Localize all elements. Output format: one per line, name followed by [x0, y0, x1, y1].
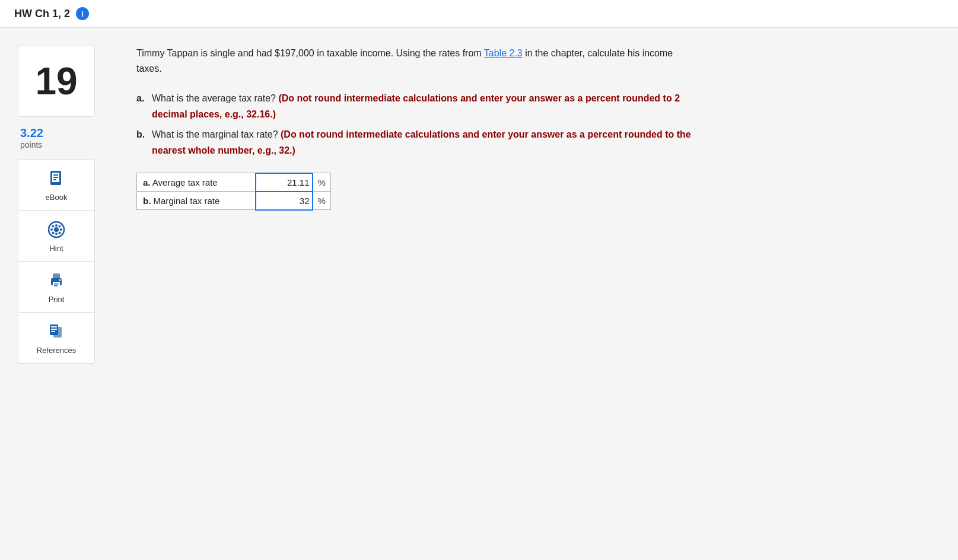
print-icon [46, 270, 67, 291]
svg-point-10 [59, 225, 61, 228]
ebook-icon [46, 168, 67, 189]
question-number-box: 19 [18, 46, 95, 117]
question-body: Timmy Tappan is single and had $197,000 … [136, 46, 694, 76]
svg-rect-3 [53, 177, 58, 178]
answer-table: a. Average tax rate % b. Marginal tax ra… [136, 173, 331, 211]
parts-list: a. What is the average tax rate? (Do not… [136, 90, 694, 158]
part-b: b. What is the marginal tax rate? (Do no… [136, 126, 694, 158]
svg-point-7 [50, 228, 53, 231]
question-body-text: Timmy Tappan is single and had $197,000 … [136, 48, 482, 58]
svg-point-9 [52, 225, 55, 228]
svg-rect-24 [51, 329, 57, 330]
table-row-b: b. Marginal tax rate % [137, 192, 331, 210]
svg-point-13 [55, 233, 58, 235]
svg-rect-18 [54, 284, 59, 285]
sidebar-item-ebook[interactable]: eBook [18, 160, 94, 211]
row-a-label-text: Average tax rate [152, 177, 218, 187]
right-panel: Timmy Tappan is single and had $197,000 … [113, 46, 694, 364]
svg-point-20 [59, 279, 61, 281]
svg-point-6 [55, 224, 58, 227]
top-bar: HW Ch 1, 2 i [0, 0, 958, 28]
svg-rect-2 [53, 174, 58, 176]
part-a-letter: a. [136, 90, 148, 122]
left-panel: 19 3.22 points eBook [18, 46, 113, 364]
row-b-unit: % [313, 192, 331, 210]
row-b-label: b. Marginal tax rate [137, 192, 256, 210]
svg-point-8 [60, 228, 62, 231]
svg-point-14 [54, 227, 59, 232]
references-icon [46, 321, 67, 342]
points-label: points [20, 140, 113, 149]
row-b-label-text: Marginal tax rate [154, 196, 220, 206]
svg-rect-19 [54, 285, 58, 287]
row-a-unit: % [313, 173, 331, 192]
points-section: 3.22 points [18, 126, 113, 149]
part-b-text: What is the marginal tax rate? (Do not r… [152, 126, 694, 158]
sidebar-tools: eBook [18, 159, 95, 364]
question-number: 19 [35, 59, 77, 103]
sidebar-item-references[interactable]: References [18, 313, 94, 363]
svg-rect-25 [51, 331, 55, 332]
row-a-label: a. Average tax rate [137, 173, 256, 192]
points-value: 3.22 [20, 126, 113, 140]
sidebar-item-hint[interactable]: Hint [18, 211, 94, 262]
table-link[interactable]: Table 2.3 [484, 48, 523, 58]
hint-label: Hint [49, 244, 63, 253]
print-label: Print [49, 295, 65, 304]
row-a-label-bold: a. [143, 177, 151, 187]
svg-rect-4 [53, 179, 56, 180]
svg-rect-23 [51, 326, 57, 327]
page-title: HW Ch 1, 2 [14, 8, 70, 20]
row-b-input[interactable] [262, 196, 310, 206]
svg-point-11 [52, 232, 55, 234]
sidebar-item-print[interactable]: Print [18, 262, 94, 313]
part-a: a. What is the average tax rate? (Do not… [136, 90, 694, 122]
part-a-text: What is the average tax rate? (Do not ro… [152, 90, 694, 122]
info-icon[interactable]: i [76, 7, 89, 20]
svg-point-12 [59, 232, 61, 234]
row-a-input[interactable] [262, 177, 310, 187]
references-label: References [37, 346, 76, 355]
row-b-label-bold: b. [143, 196, 151, 206]
ebook-label: eBook [46, 193, 68, 202]
part-b-letter: b. [136, 126, 148, 158]
main-content: 19 3.22 points eBook [0, 28, 712, 381]
svg-rect-16 [53, 273, 60, 279]
row-a-input-cell[interactable] [256, 173, 313, 192]
hint-icon [46, 219, 67, 240]
table-row-a: a. Average tax rate % [137, 173, 331, 192]
row-b-input-cell[interactable] [256, 192, 313, 210]
